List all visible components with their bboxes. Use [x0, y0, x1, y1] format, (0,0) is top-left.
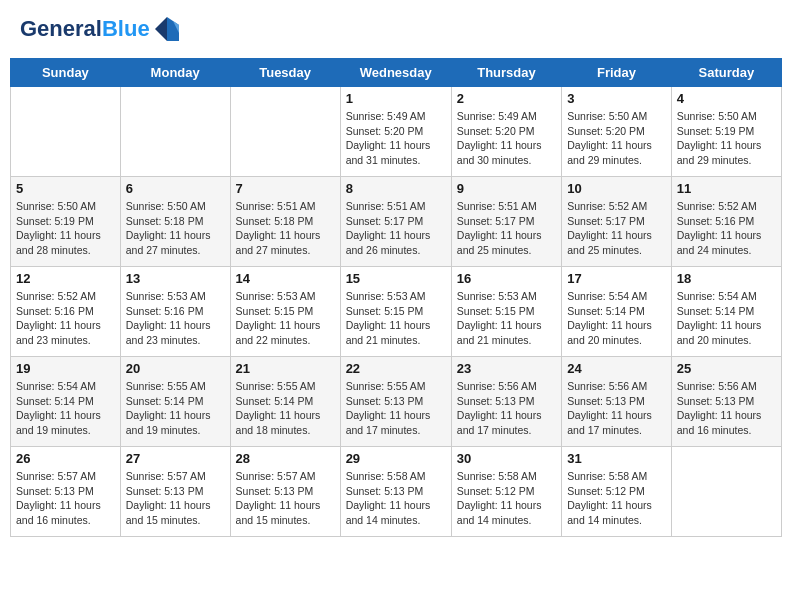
day-info: Sunrise: 5:57 AMSunset: 5:13 PMDaylight:… — [126, 469, 225, 528]
calendar-week-3: 12Sunrise: 5:52 AMSunset: 5:16 PMDayligh… — [11, 267, 782, 357]
calendar-cell: 25Sunrise: 5:56 AMSunset: 5:13 PMDayligh… — [671, 357, 781, 447]
day-info: Sunrise: 5:55 AMSunset: 5:14 PMDaylight:… — [236, 379, 335, 438]
calendar-cell: 9Sunrise: 5:51 AMSunset: 5:17 PMDaylight… — [451, 177, 561, 267]
calendar-cell: 7Sunrise: 5:51 AMSunset: 5:18 PMDaylight… — [230, 177, 340, 267]
calendar-cell: 18Sunrise: 5:54 AMSunset: 5:14 PMDayligh… — [671, 267, 781, 357]
day-info: Sunrise: 5:52 AMSunset: 5:17 PMDaylight:… — [567, 199, 666, 258]
day-info: Sunrise: 5:54 AMSunset: 5:14 PMDaylight:… — [16, 379, 115, 438]
col-header-sunday: Sunday — [11, 59, 121, 87]
calendar-cell — [11, 87, 121, 177]
calendar-cell: 3Sunrise: 5:50 AMSunset: 5:20 PMDaylight… — [562, 87, 672, 177]
day-number: 24 — [567, 361, 666, 376]
day-info: Sunrise: 5:58 AMSunset: 5:13 PMDaylight:… — [346, 469, 446, 528]
day-info: Sunrise: 5:54 AMSunset: 5:14 PMDaylight:… — [567, 289, 666, 348]
day-number: 8 — [346, 181, 446, 196]
day-info: Sunrise: 5:56 AMSunset: 5:13 PMDaylight:… — [677, 379, 776, 438]
calendar-week-4: 19Sunrise: 5:54 AMSunset: 5:14 PMDayligh… — [11, 357, 782, 447]
day-number: 30 — [457, 451, 556, 466]
day-info: Sunrise: 5:52 AMSunset: 5:16 PMDaylight:… — [16, 289, 115, 348]
calendar-cell: 24Sunrise: 5:56 AMSunset: 5:13 PMDayligh… — [562, 357, 672, 447]
calendar-cell: 16Sunrise: 5:53 AMSunset: 5:15 PMDayligh… — [451, 267, 561, 357]
day-info: Sunrise: 5:50 AMSunset: 5:19 PMDaylight:… — [16, 199, 115, 258]
calendar-cell: 28Sunrise: 5:57 AMSunset: 5:13 PMDayligh… — [230, 447, 340, 537]
day-number: 2 — [457, 91, 556, 106]
day-number: 3 — [567, 91, 666, 106]
day-number: 25 — [677, 361, 776, 376]
calendar-cell: 6Sunrise: 5:50 AMSunset: 5:18 PMDaylight… — [120, 177, 230, 267]
day-number: 5 — [16, 181, 115, 196]
day-info: Sunrise: 5:58 AMSunset: 5:12 PMDaylight:… — [457, 469, 556, 528]
calendar-week-1: 1Sunrise: 5:49 AMSunset: 5:20 PMDaylight… — [11, 87, 782, 177]
calendar-cell: 30Sunrise: 5:58 AMSunset: 5:12 PMDayligh… — [451, 447, 561, 537]
day-info: Sunrise: 5:51 AMSunset: 5:17 PMDaylight:… — [457, 199, 556, 258]
calendar-cell: 1Sunrise: 5:49 AMSunset: 5:20 PMDaylight… — [340, 87, 451, 177]
calendar-cell: 27Sunrise: 5:57 AMSunset: 5:13 PMDayligh… — [120, 447, 230, 537]
day-number: 7 — [236, 181, 335, 196]
col-header-thursday: Thursday — [451, 59, 561, 87]
day-info: Sunrise: 5:51 AMSunset: 5:18 PMDaylight:… — [236, 199, 335, 258]
day-number: 15 — [346, 271, 446, 286]
calendar-cell: 15Sunrise: 5:53 AMSunset: 5:15 PMDayligh… — [340, 267, 451, 357]
day-info: Sunrise: 5:50 AMSunset: 5:18 PMDaylight:… — [126, 199, 225, 258]
col-header-friday: Friday — [562, 59, 672, 87]
calendar-cell: 12Sunrise: 5:52 AMSunset: 5:16 PMDayligh… — [11, 267, 121, 357]
day-number: 19 — [16, 361, 115, 376]
day-number: 6 — [126, 181, 225, 196]
day-info: Sunrise: 5:49 AMSunset: 5:20 PMDaylight:… — [457, 109, 556, 168]
col-header-monday: Monday — [120, 59, 230, 87]
day-number: 18 — [677, 271, 776, 286]
calendar-cell: 31Sunrise: 5:58 AMSunset: 5:12 PMDayligh… — [562, 447, 672, 537]
calendar-cell: 5Sunrise: 5:50 AMSunset: 5:19 PMDaylight… — [11, 177, 121, 267]
calendar-cell: 23Sunrise: 5:56 AMSunset: 5:13 PMDayligh… — [451, 357, 561, 447]
day-info: Sunrise: 5:55 AMSunset: 5:14 PMDaylight:… — [126, 379, 225, 438]
calendar-cell: 29Sunrise: 5:58 AMSunset: 5:13 PMDayligh… — [340, 447, 451, 537]
calendar-cell: 13Sunrise: 5:53 AMSunset: 5:16 PMDayligh… — [120, 267, 230, 357]
calendar-cell: 8Sunrise: 5:51 AMSunset: 5:17 PMDaylight… — [340, 177, 451, 267]
day-info: Sunrise: 5:49 AMSunset: 5:20 PMDaylight:… — [346, 109, 446, 168]
calendar-cell: 21Sunrise: 5:55 AMSunset: 5:14 PMDayligh… — [230, 357, 340, 447]
calendar-cell — [120, 87, 230, 177]
day-info: Sunrise: 5:53 AMSunset: 5:15 PMDaylight:… — [236, 289, 335, 348]
day-info: Sunrise: 5:53 AMSunset: 5:15 PMDaylight:… — [457, 289, 556, 348]
logo-text: GeneralBlue — [20, 17, 150, 41]
calendar-cell: 4Sunrise: 5:50 AMSunset: 5:19 PMDaylight… — [671, 87, 781, 177]
day-info: Sunrise: 5:53 AMSunset: 5:16 PMDaylight:… — [126, 289, 225, 348]
calendar-header-row: SundayMondayTuesdayWednesdayThursdayFrid… — [11, 59, 782, 87]
day-number: 16 — [457, 271, 556, 286]
logo-icon — [153, 15, 181, 43]
day-info: Sunrise: 5:52 AMSunset: 5:16 PMDaylight:… — [677, 199, 776, 258]
day-number: 31 — [567, 451, 666, 466]
calendar-cell: 11Sunrise: 5:52 AMSunset: 5:16 PMDayligh… — [671, 177, 781, 267]
day-number: 29 — [346, 451, 446, 466]
day-number: 21 — [236, 361, 335, 376]
col-header-wednesday: Wednesday — [340, 59, 451, 87]
calendar-cell: 26Sunrise: 5:57 AMSunset: 5:13 PMDayligh… — [11, 447, 121, 537]
calendar-cell: 17Sunrise: 5:54 AMSunset: 5:14 PMDayligh… — [562, 267, 672, 357]
day-number: 14 — [236, 271, 335, 286]
day-info: Sunrise: 5:55 AMSunset: 5:13 PMDaylight:… — [346, 379, 446, 438]
logo: GeneralBlue — [20, 15, 181, 43]
day-number: 17 — [567, 271, 666, 286]
day-info: Sunrise: 5:54 AMSunset: 5:14 PMDaylight:… — [677, 289, 776, 348]
page-header: GeneralBlue — [10, 10, 782, 48]
calendar-cell: 22Sunrise: 5:55 AMSunset: 5:13 PMDayligh… — [340, 357, 451, 447]
day-info: Sunrise: 5:57 AMSunset: 5:13 PMDaylight:… — [16, 469, 115, 528]
day-number: 13 — [126, 271, 225, 286]
calendar-week-5: 26Sunrise: 5:57 AMSunset: 5:13 PMDayligh… — [11, 447, 782, 537]
calendar-cell: 14Sunrise: 5:53 AMSunset: 5:15 PMDayligh… — [230, 267, 340, 357]
day-number: 22 — [346, 361, 446, 376]
calendar-cell: 2Sunrise: 5:49 AMSunset: 5:20 PMDaylight… — [451, 87, 561, 177]
col-header-tuesday: Tuesday — [230, 59, 340, 87]
day-info: Sunrise: 5:58 AMSunset: 5:12 PMDaylight:… — [567, 469, 666, 528]
calendar-week-2: 5Sunrise: 5:50 AMSunset: 5:19 PMDaylight… — [11, 177, 782, 267]
day-info: Sunrise: 5:51 AMSunset: 5:17 PMDaylight:… — [346, 199, 446, 258]
day-info: Sunrise: 5:56 AMSunset: 5:13 PMDaylight:… — [567, 379, 666, 438]
day-number: 23 — [457, 361, 556, 376]
day-number: 1 — [346, 91, 446, 106]
day-info: Sunrise: 5:56 AMSunset: 5:13 PMDaylight:… — [457, 379, 556, 438]
day-info: Sunrise: 5:57 AMSunset: 5:13 PMDaylight:… — [236, 469, 335, 528]
day-number: 4 — [677, 91, 776, 106]
day-number: 20 — [126, 361, 225, 376]
day-number: 28 — [236, 451, 335, 466]
svg-marker-1 — [155, 17, 167, 41]
